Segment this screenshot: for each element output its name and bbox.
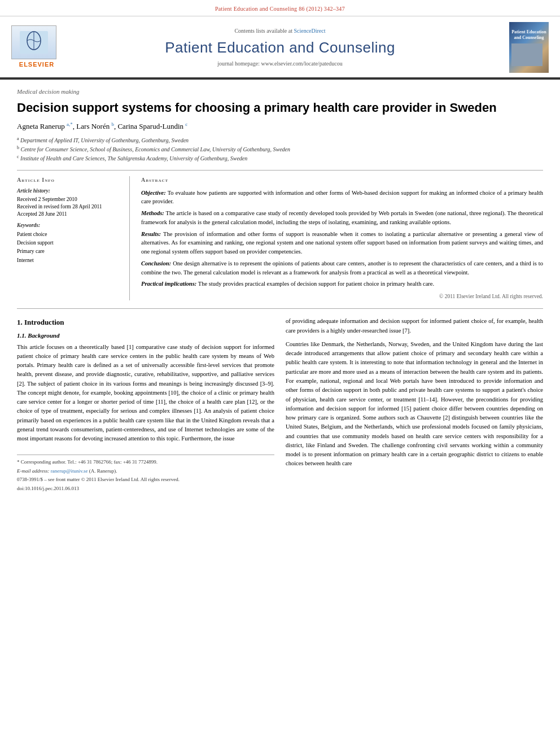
affiliation-a: a Department of Applied IT, University o… [17, 136, 543, 145]
footnotes: * Corresponding author. Tel.: +46 31 786… [17, 455, 274, 492]
contents-available-line: Contents lists available at ScienceDirec… [62, 27, 498, 35]
author-sparud: Carina Sparud-Lundin c [117, 122, 187, 130]
elsevier-brand: ELSEVIER [11, 60, 62, 69]
footnote-license: 0738-3991/$ – see front matter © 2011 El… [17, 476, 274, 484]
accepted-date: Accepted 28 June 2011 [17, 211, 124, 218]
practical-label: Practical implications: [141, 281, 196, 287]
section-divider [17, 308, 543, 309]
article-info-column: Article Info Article history: Received 2… [17, 176, 130, 301]
authors-line: Agneta Ranerup a,*, Lars Norén b, Carina… [17, 121, 543, 132]
abstract-results: Results: The provision of information an… [141, 230, 543, 256]
objective-label: Objective: [141, 190, 166, 196]
author-ranerup: Agneta Ranerup a,* [17, 122, 73, 130]
elsevier-logo-image [11, 25, 56, 59]
practical-text: The study provides practical examples of… [198, 281, 434, 287]
section1-heading: 1. Introduction [17, 317, 274, 328]
abstract-conclusion: Conclusion: One design alternative is to… [141, 259, 543, 277]
homepage-line: journal homepage: www.elsevier.com/locat… [62, 60, 498, 68]
footnote-email-link[interactable]: ranerup@ituniv.se [51, 468, 88, 474]
journal-reference: Patient Education and Counseling 86 (201… [215, 6, 345, 12]
keywords-list: Patient choice Decision support Primary … [17, 230, 124, 265]
keyword-2: Decision support [17, 239, 124, 247]
methods-label: Methods: [141, 210, 164, 216]
received-revised-date: Received in revised form 28 April 2011 [17, 203, 124, 211]
history-label: Article history: [17, 187, 124, 195]
affiliation-c: c Institute of Health and Care Sciences,… [17, 154, 543, 163]
info-abstract-container: Article Info Article history: Received 2… [17, 170, 543, 301]
journal-title: Patient Education and Counseling [62, 37, 498, 58]
footnote-corresponding: * Corresponding author. Tel.: +46 31 786… [17, 458, 274, 466]
copyright-line: © 2011 Elsevier Ireland Ltd. All rights … [141, 293, 543, 300]
affiliation-b: b Centre for Consumer Science, School of… [17, 145, 543, 154]
sciencedirect-link[interactable]: ScienceDirect [294, 28, 325, 34]
abstract-objective: Objective: To evaluate how patients are … [141, 189, 543, 207]
journal-title-block: Contents lists available at ScienceDirec… [62, 27, 498, 68]
elsevier-logo: ELSEVIER [11, 25, 62, 69]
keyword-1: Patient choice [17, 230, 124, 239]
body-content: 1. Introduction 1.1. Background This art… [17, 317, 543, 493]
abstract-methods: Methods: The article is based on a compa… [141, 209, 543, 227]
received-date: Received 2 September 2010 [17, 196, 124, 203]
article-category: Medical decision making [17, 88, 543, 96]
journal-header: ELSEVIER Contents lists available at Sci… [0, 16, 560, 78]
keywords-label: Keywords: [17, 222, 124, 229]
author-noren: Lars Norén b [76, 122, 114, 130]
article-title: Decision support systems for choosing a … [17, 100, 543, 116]
body-col2-para2: Countries like Denmark, the Netherlands,… [286, 340, 543, 469]
abstract-column: Abstract Objective: To evaluate how pati… [141, 176, 543, 301]
main-content: Medical decision making Decision support… [0, 80, 560, 505]
journal-cover-image: Patient Education and Counseling [509, 22, 549, 73]
objective-text: To evaluate how patients are supported w… [141, 190, 543, 205]
keyword-4: Internet [17, 256, 124, 265]
body-col2-para1: of providing adequate information and de… [286, 317, 543, 335]
results-text: The provision of information and other f… [141, 231, 543, 255]
abstract-heading: Abstract [141, 176, 543, 184]
abstract-practical: Practical implications: The study provid… [141, 279, 543, 289]
body-column-2: of providing adequate information and de… [286, 317, 543, 493]
footnote-doi: doi:10.1016/j.pec.2011.06.013 [17, 485, 274, 493]
affiliations: a Department of Applied IT, University o… [17, 136, 543, 163]
subsection1-heading: 1.1. Background [17, 331, 274, 340]
article-info-heading: Article Info [17, 176, 124, 184]
body-col1-para1: This article focuses on a theoretically … [17, 343, 274, 444]
top-bar: Patient Education and Counseling 86 (201… [0, 0, 560, 16]
footnote-email: E-mail address: ranerup@ituniv.se (A. Ra… [17, 468, 274, 475]
conclusion-label: Conclusion: [141, 260, 171, 267]
results-label: Results: [141, 231, 161, 237]
methods-text: The article is based on a comparative ca… [141, 210, 543, 225]
keyword-3: Primary care [17, 247, 124, 256]
body-column-1: 1. Introduction 1.1. Background This art… [17, 317, 274, 493]
conclusion-text: One design alternative is to represent t… [141, 260, 543, 276]
